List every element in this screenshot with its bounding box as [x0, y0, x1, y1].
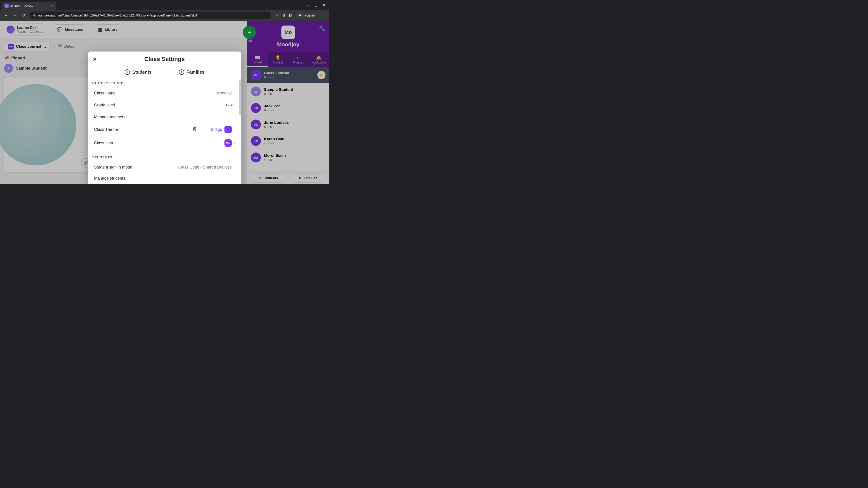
address-bar[interactable]: ⚙ app.seesaw.me/#/class/class.e01bf4c2-9… — [30, 11, 271, 19]
modal-students-link[interactable]: + Students — [125, 69, 152, 75]
window-controls: — ▢ ✕ — [306, 3, 327, 7]
modal-quick-links: + Students + Families — [88, 67, 241, 79]
incognito-label: Incognito — [303, 14, 315, 17]
row-signin-mode[interactable]: Student sign in mode Class Code - Shared… — [92, 162, 237, 173]
row-class-name[interactable]: Class name Moodjoy › — [92, 88, 237, 99]
modal-title: Class Settings — [144, 56, 185, 63]
row-grade-level[interactable]: Grade level 12 ▾ — [92, 99, 237, 111]
signin-value: Class Code - Shared Devices — [178, 165, 232, 170]
chevron-right-icon: › — [234, 165, 235, 169]
incognito-badge[interactable]: 🕶 Incognito — [296, 13, 317, 18]
row-manage-teachers[interactable]: Manage teachers › — [92, 111, 237, 123]
tab-favicon: S — [4, 4, 8, 8]
plus-circle-icon: + — [179, 69, 184, 75]
row-manage-students[interactable]: Manage students › — [92, 173, 237, 184]
menu-icon[interactable]: ⋮ — [321, 13, 324, 18]
theme-swatch — [224, 126, 232, 133]
incognito-icon: 🕶 — [298, 14, 301, 17]
section-class-settings: CLASS SETTINGS — [92, 81, 237, 85]
section-students: STUDENTS — [92, 155, 237, 159]
theme-value: Indigo — [211, 127, 222, 132]
row-class-theme[interactable]: Class Theme Indigo › — [92, 123, 237, 136]
grade-label: Grade level — [94, 103, 115, 107]
scrollbar-thumb[interactable] — [239, 79, 241, 116]
mouse-cursor-icon — [192, 126, 197, 133]
plus-circle-icon: + — [125, 69, 130, 75]
extensions-icon[interactable]: ⧉ — [283, 13, 285, 18]
minimize-icon[interactable]: — — [306, 3, 309, 7]
manage-students-label: Manage students — [94, 176, 125, 181]
forward-icon[interactable]: → — [12, 13, 18, 18]
bookmark-icon[interactable]: ☆ — [276, 13, 279, 18]
class-name-value: Moodjoy — [216, 91, 232, 96]
browser-tab-strip: S Journal - Seesaw × + — ▢ ✕ — [0, 0, 329, 10]
modal-tab-students-label: Students — [132, 70, 152, 75]
app-root: Lauren Deli Teacher - 2 Classes 💬 Messag… — [0, 21, 329, 184]
chevron-right-icon: › — [234, 127, 235, 131]
site-settings-icon[interactable]: ⚙ — [33, 13, 36, 17]
chevron-right-icon: › — [234, 141, 235, 145]
row-class-icon[interactable]: Class Icon Mo › — [92, 136, 237, 150]
chevron-right-icon: › — [234, 115, 235, 119]
close-window-icon[interactable]: ✕ — [323, 3, 326, 7]
tab-close-icon[interactable]: × — [51, 4, 53, 8]
modal-tab-families-label: Families — [186, 70, 205, 75]
modal-body[interactable]: CLASS SETTINGS Class name Moodjoy › Grad… — [88, 79, 241, 184]
maximize-icon[interactable]: ▢ — [314, 3, 317, 7]
back-icon[interactable]: ← — [3, 13, 9, 18]
side-panel-icon[interactable]: ◧ — [289, 13, 292, 18]
class-settings-modal: ✕ Class Settings + Students + Families C… — [88, 52, 241, 184]
chevron-right-icon: › — [234, 176, 235, 181]
signin-label: Student sign in mode — [94, 165, 132, 170]
url-text: app.seesaw.me/#/class/class.e01bf4c2-9a2… — [38, 13, 197, 17]
class-icon-preview: Mo — [224, 139, 232, 147]
modal-header: ✕ Class Settings — [88, 52, 241, 67]
browser-toolbar: ← → ⟳ ⚙ app.seesaw.me/#/class/class.e01b… — [0, 10, 329, 21]
manage-teachers-label: Manage teachers — [94, 115, 125, 120]
grade-select[interactable]: 12 ▾ — [223, 102, 235, 108]
tab-title: Journal - Seesaw — [10, 4, 50, 8]
browser-tab[interactable]: S Journal - Seesaw × — [2, 2, 56, 10]
modal-families-link[interactable]: + Families — [179, 69, 205, 75]
modal-close-button[interactable]: ✕ — [93, 57, 97, 62]
reload-icon[interactable]: ⟳ — [21, 13, 27, 18]
class-icon-label: Class Icon — [94, 141, 113, 145]
class-name-label: Class name — [94, 91, 116, 96]
theme-label: Class Theme — [94, 127, 118, 132]
grade-value: 12 — [225, 103, 229, 107]
chevron-right-icon: › — [234, 91, 235, 95]
new-tab-button[interactable]: + — [59, 2, 61, 8]
caret-down-icon: ▾ — [231, 103, 232, 107]
